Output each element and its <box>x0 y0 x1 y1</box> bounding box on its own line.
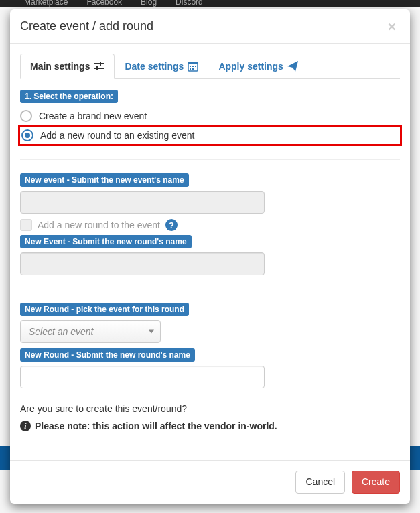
modal-header: Create event / add round × <box>10 9 410 44</box>
new-round-name-input[interactable] <box>20 366 265 388</box>
svg-rect-3 <box>96 66 98 70</box>
radio-icon[interactable] <box>20 110 32 122</box>
event-select[interactable] <box>20 320 161 343</box>
field-label: New Round - Submit the new round's name <box>20 348 195 362</box>
bg-nav-item: Marketplace <box>24 0 68 7</box>
checkbox-label: Add a new round to the event <box>38 220 160 230</box>
svg-rect-2 <box>100 62 101 66</box>
help-icon[interactable]: ? <box>165 219 178 231</box>
svg-rect-6 <box>190 66 191 67</box>
create-event-modal: Create event / add round × Main settings… <box>10 9 410 504</box>
settings-tabs: Main settings Date settings <box>20 54 400 79</box>
radio-label: Add a new round to an existing event <box>40 130 194 141</box>
divider <box>20 159 400 160</box>
radio-option-add-round[interactable]: Add a new round to an existing event <box>18 125 402 146</box>
operation-radio-group: Create a brand new event Add a new round… <box>20 107 400 146</box>
bg-nav-item: Facebook <box>86 0 122 7</box>
radio-icon[interactable] <box>21 129 33 141</box>
bg-nav-item: Discord <box>176 0 203 7</box>
create-button[interactable]: Create <box>352 471 400 494</box>
note-text: Please note: this action will affect the… <box>35 421 277 431</box>
paper-plane-icon <box>287 61 298 72</box>
add-round-checkbox <box>20 219 32 231</box>
step-1-label: 1. Select the operation: <box>20 90 118 103</box>
tab-date-settings[interactable]: Date settings <box>115 54 208 79</box>
new-event-name-input <box>20 191 265 214</box>
new-event-round-name-block: New Event - Submit the new round's name <box>20 235 400 275</box>
sliders-icon <box>94 61 104 72</box>
background-top-nav: Marketplace Facebook Blog Discord <box>0 0 420 7</box>
svg-rect-10 <box>192 68 194 70</box>
field-label: New Round - pick the event for this roun… <box>20 303 189 316</box>
modal-title: Create event / add round <box>20 19 400 33</box>
info-icon: i <box>20 421 31 431</box>
confirm-text: Are you sure to create this event/round? <box>20 403 400 414</box>
add-round-checkbox-row: Add a new round to the event ? <box>20 219 400 231</box>
close-icon[interactable]: × <box>384 19 400 34</box>
modal-footer: Cancel Create <box>10 460 410 504</box>
field-label: New Event - Submit the new round's name <box>20 235 192 248</box>
radio-option-new-event[interactable]: Create a brand new event <box>20 107 400 125</box>
svg-rect-9 <box>190 68 191 70</box>
divider <box>20 289 400 289</box>
tab-label: Main settings <box>30 61 90 72</box>
new-event-name-block: New event - Submit the new event's name <box>20 173 400 214</box>
bg-nav-item: Blog <box>141 0 157 7</box>
calendar-icon <box>188 61 198 72</box>
field-label: New event - Submit the new event's name <box>20 173 189 187</box>
svg-rect-8 <box>195 66 196 67</box>
svg-rect-5 <box>188 62 198 64</box>
tab-apply-settings[interactable]: Apply settings <box>208 54 307 79</box>
svg-rect-0 <box>94 63 104 64</box>
cancel-button[interactable]: Cancel <box>295 471 345 494</box>
radio-label: Create a brand new event <box>39 111 147 121</box>
tab-main-settings[interactable]: Main settings <box>20 54 115 79</box>
new-round-name-block: New Round - Submit the new round's name <box>20 348 400 388</box>
pick-event-block: New Round - pick the event for this roun… <box>20 303 400 343</box>
new-event-round-name-input <box>20 252 265 275</box>
tab-label: Apply settings <box>218 61 283 72</box>
tab-label: Date settings <box>125 61 184 72</box>
svg-rect-7 <box>192 66 194 67</box>
page-backdrop: Marketplace Facebook Blog Discord Create… <box>0 0 420 513</box>
svg-rect-1 <box>94 68 104 69</box>
event-select-display[interactable] <box>20 320 161 343</box>
note-row: i Please note: this action will affect t… <box>20 421 400 431</box>
modal-body: Main settings Date settings <box>10 44 410 460</box>
